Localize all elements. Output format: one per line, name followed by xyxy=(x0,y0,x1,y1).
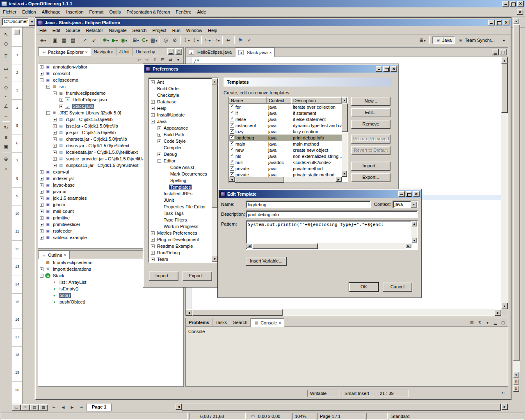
eclipse-titlebar[interactable]: Java - Stack.java - Eclipse Platform xyxy=(37,19,511,26)
pattern-field[interactable]: System.out.println(""+${enclosing_type}+… xyxy=(246,220,418,250)
template-checkbox[interactable] xyxy=(230,160,234,164)
template-checkbox[interactable] xyxy=(230,166,234,171)
maximize-icon[interactable]: ▢ xyxy=(175,48,182,55)
template-action-button[interactable]: Revert to Default xyxy=(351,146,390,155)
tree-item[interactable]: + Code Style xyxy=(149,138,211,144)
expand-toggle-icon[interactable]: + xyxy=(53,118,57,121)
tree-item[interactable]: Checkstyle xyxy=(149,92,211,98)
expand-toggle-icon[interactable]: + xyxy=(40,196,43,200)
oo-scroll-up-icon[interactable] xyxy=(513,18,519,24)
table-horizontal-scrollbar[interactable] xyxy=(229,177,342,183)
expand-toggle-icon[interactable]: + xyxy=(151,238,155,242)
tree-item[interactable]: Type Filters xyxy=(149,217,211,223)
expand-toggle-icon[interactable]: + xyxy=(53,151,57,154)
tree-item[interactable]: Code Assist xyxy=(149,164,211,171)
scroll-left-icon[interactable] xyxy=(247,243,252,248)
up-icon[interactable]: ⇧ xyxy=(151,57,158,63)
expand-toggle-icon[interactable]: + xyxy=(40,65,43,69)
chevron-down-icon[interactable] xyxy=(411,201,417,208)
expand-toggle-icon[interactable]: + xyxy=(40,236,43,240)
tree-item[interactable]: + Metrics Preferences xyxy=(149,230,211,236)
arrange-icon[interactable]: ▣ xyxy=(1,142,11,151)
dropdown-arrow-icon[interactable] xyxy=(155,38,157,43)
description-field[interactable] xyxy=(246,210,418,218)
ellipse-icon[interactable]: ○ xyxy=(1,73,11,82)
column-header-context[interactable]: Context xyxy=(267,97,291,104)
oo-menu-item[interactable]: Fenêtre xyxy=(173,8,194,16)
slides-view-icon[interactable]: ▤ xyxy=(30,404,39,411)
template-checkbox[interactable] xyxy=(230,129,234,134)
tree-item[interactable]: Mark Occurrences xyxy=(149,171,211,177)
eclipse-menu-item[interactable]: Search xyxy=(130,27,150,34)
tree-item[interactable]: Spelling xyxy=(149,177,211,184)
task-icon[interactable]: ✓ xyxy=(245,36,254,45)
template-checkbox[interactable] xyxy=(230,105,234,109)
clear-console-icon[interactable]: ⊠ xyxy=(468,319,475,326)
scroll-right-icon[interactable] xyxy=(336,177,342,182)
eclipse-menu-item[interactable]: Help xyxy=(205,27,220,34)
tree-item[interactable]: Properties File Editor xyxy=(149,203,211,210)
expand-toggle-icon[interactable]: + xyxy=(151,244,155,248)
maximize-icon[interactable]: ▢ xyxy=(500,319,507,326)
tree-item[interactable]: Task Tags xyxy=(149,210,211,217)
template-checkbox[interactable] xyxy=(230,111,234,115)
tree-item[interactable]: pop() xyxy=(38,292,183,299)
oo-minimize-button[interactable] xyxy=(502,1,509,7)
oo-scroll-left-icon[interactable] xyxy=(176,404,182,410)
template-checkbox[interactable] xyxy=(230,172,234,177)
editor-tab[interactable]: Stack.java xyxy=(235,48,275,57)
scroll-down-icon[interactable] xyxy=(212,256,218,262)
scroll-up-icon[interactable] xyxy=(501,57,508,64)
back-icon[interactable]: ⇦ xyxy=(136,57,143,63)
scroll-left-icon[interactable] xyxy=(229,177,235,182)
dropdown-arrow-icon[interactable] xyxy=(197,38,199,43)
expand-toggle-icon[interactable]: + xyxy=(158,139,161,143)
expand-toggle-icon[interactable]: + xyxy=(40,190,43,194)
column-header-description[interactable]: Description xyxy=(291,97,342,104)
oo-vertical-scrollbar[interactable] xyxy=(513,18,520,378)
lines-arrows-icon[interactable]: → xyxy=(1,111,11,120)
template-checkbox[interactable] xyxy=(230,154,234,158)
eclipse-menu-item[interactable]: Refactor xyxy=(83,27,106,34)
view-tab[interactable]: JUnit xyxy=(116,48,133,56)
oo-menu-item[interactable]: Format xyxy=(87,8,107,16)
export-icon[interactable]: ↗ xyxy=(80,36,89,45)
expand-toggle-icon[interactable]: + xyxy=(40,170,43,174)
tree-item[interactable]: push(Object) xyxy=(38,299,183,305)
minimize-icon[interactable]: ▂ xyxy=(167,48,174,55)
dialog-maximize-button[interactable] xyxy=(406,191,412,197)
editor-vertical-scrollbar[interactable] xyxy=(501,57,508,309)
back-icon[interactable]: ⇦ xyxy=(203,36,212,45)
template-checkbox[interactable] xyxy=(230,117,234,121)
oo-next-page-icon[interactable] xyxy=(513,386,519,392)
scroll-down-icon[interactable] xyxy=(411,238,417,243)
dialog-minimize-button[interactable] xyxy=(398,191,405,197)
view-tab[interactable]: Search xyxy=(230,318,251,326)
oo-scroll-right-icon[interactable] xyxy=(502,404,508,410)
expand-toggle-icon[interactable]: + xyxy=(158,126,161,130)
oo-url-dropdown-icon[interactable] xyxy=(29,18,35,26)
tree-item[interactable]: + Debug xyxy=(149,151,211,158)
run-icon[interactable]: ▶ xyxy=(110,36,119,45)
dialog-close-button[interactable] xyxy=(390,66,397,72)
eclipse-close-button[interactable] xyxy=(503,20,509,25)
expand-toggle-icon[interactable]: + xyxy=(40,267,43,271)
template-action-button[interactable]: Export... xyxy=(351,173,390,182)
alignment-icon[interactable]: ≡ xyxy=(1,132,11,142)
rectangle-icon[interactable]: ▭ xyxy=(1,64,11,73)
openoffice-titlebar[interactable]: test.sxi - OpenOffice.org 1.1.1 xyxy=(0,0,525,7)
eclipse-menu-item[interactable]: File xyxy=(37,27,50,34)
preferences-import-button[interactable]: Import... xyxy=(149,272,178,281)
eclipse-minimize-button[interactable] xyxy=(488,20,495,25)
scroll-right-icon[interactable] xyxy=(495,309,501,316)
console-menu-icon[interactable]: ▾ xyxy=(484,319,491,326)
tree-item[interactable]: + Install/Update xyxy=(149,112,211,118)
tree-item[interactable]: Compiler xyxy=(149,144,211,151)
expand-toggle-icon[interactable]: + xyxy=(40,203,43,207)
progress-icon[interactable]: ↻ xyxy=(500,390,507,396)
editor-tab[interactable]: HelloEclipse.java xyxy=(186,48,235,57)
open-perspective-icon[interactable]: ⊞ xyxy=(418,36,427,45)
forward-icon[interactable]: ⇨ xyxy=(212,36,221,45)
external-tools-icon[interactable]: ◉ xyxy=(119,36,128,45)
effects-icon[interactable]: ☼ xyxy=(1,164,11,173)
